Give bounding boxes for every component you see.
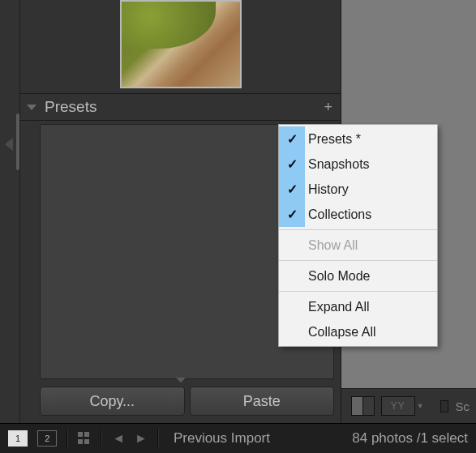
- panel-collapse-arrow-icon[interactable]: [5, 138, 13, 151]
- add-preset-icon[interactable]: +: [324, 100, 332, 114]
- content-toolbar: YY ▼ Sc: [341, 388, 476, 423]
- separator: [66, 429, 68, 447]
- panel-context-menu: ✓ Presets * ✓ Snapshots ✓ History ✓ Coll…: [278, 124, 438, 347]
- chevron-down-icon[interactable]: ▼: [417, 402, 424, 410]
- source-label[interactable]: Previous Import: [174, 430, 270, 447]
- photo-count-label: 84 photos /1 select: [352, 430, 468, 447]
- presets-panel-header[interactable]: Presets +: [20, 93, 341, 121]
- paste-button[interactable]: Paste: [190, 387, 335, 416]
- copy-button[interactable]: Copy...: [40, 387, 185, 416]
- view-mode-toggle[interactable]: [351, 396, 375, 416]
- menu-separator: [279, 260, 437, 261]
- check-icon: ✓: [279, 152, 305, 177]
- menu-separator: [279, 229, 437, 230]
- menu-item-presets[interactable]: ✓ Presets *: [279, 126, 437, 152]
- separator: [157, 429, 159, 447]
- status-bar: 1 2 ◄ ► Previous Import 84 photos /1 sel…: [0, 423, 476, 453]
- check-icon: ✓: [279, 126, 305, 152]
- menu-item-solo-mode[interactable]: Solo Mode: [279, 263, 437, 288]
- check-icon: ✓: [279, 177, 305, 202]
- preview-thumbnail[interactable]: [120, 0, 242, 88]
- compare-label: YY: [391, 400, 405, 412]
- menu-item-collections[interactable]: ✓ Collections: [279, 202, 437, 227]
- menu-item-snapshots[interactable]: ✓ Snapshots: [279, 152, 437, 177]
- left-gutter: [0, 0, 20, 423]
- menu-item-expand-all[interactable]: Expand All: [279, 294, 437, 319]
- grid-view-icon[interactable]: [78, 432, 91, 445]
- secondary-display-2[interactable]: 2: [37, 430, 57, 447]
- menu-item-show-all: Show All: [279, 233, 437, 258]
- thumbnail-area: [20, 0, 341, 93]
- next-arrow-icon[interactable]: ►: [135, 431, 148, 446]
- check-icon: ✓: [279, 202, 305, 227]
- prev-arrow-icon[interactable]: ◄: [112, 431, 125, 446]
- compare-mode-toggle[interactable]: YY: [381, 396, 415, 416]
- separator: [101, 429, 102, 447]
- menu-separator: [279, 291, 437, 292]
- menu-item-history[interactable]: ✓ History: [279, 177, 437, 202]
- copy-paste-row: Copy... Paste: [20, 384, 341, 423]
- sc-label: Sc: [455, 400, 470, 413]
- panel-title: Presets: [45, 98, 324, 116]
- gutter-scroll-track[interactable]: [16, 113, 19, 170]
- menu-item-collapse-all[interactable]: Collapse All: [279, 319, 437, 344]
- secondary-display-1[interactable]: 1: [8, 430, 28, 447]
- triangle-down-icon: [27, 105, 36, 110]
- sc-checkbox[interactable]: [440, 400, 449, 412]
